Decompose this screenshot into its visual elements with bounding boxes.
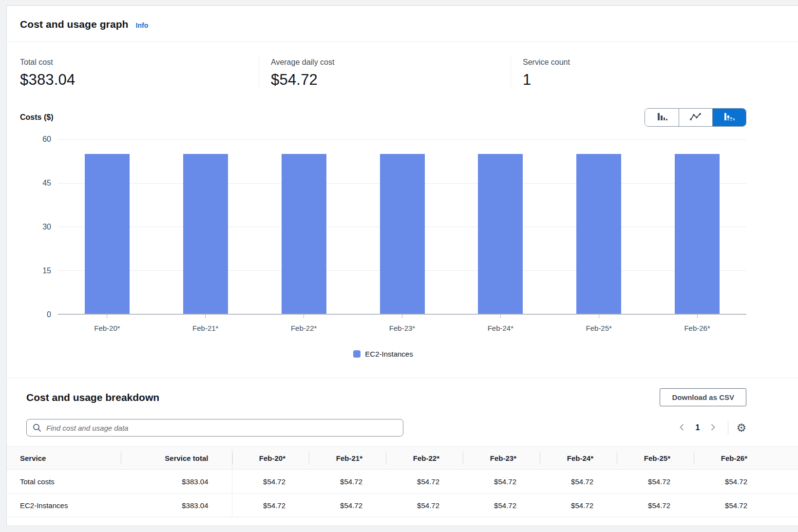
y-tick-label: 60	[42, 135, 51, 144]
x-axis-slot: Feb-25*	[550, 315, 648, 332]
bar-Feb-20*[interactable]	[85, 154, 130, 314]
stat-label: Total cost	[20, 58, 247, 67]
next-page-button[interactable]	[706, 421, 719, 435]
column-header-feb-23: Feb-23*	[463, 447, 540, 470]
bar-Feb-25*[interactable]	[576, 154, 621, 314]
x-tick-mark	[599, 315, 599, 318]
download-csv-button[interactable]: Download as CSV	[660, 388, 746, 406]
search-input[interactable]	[26, 419, 403, 437]
breakdown-section: Cost and usage breakdown Download as CSV	[7, 378, 798, 437]
value-cell: $54.72	[309, 494, 386, 517]
row-spacer-cell	[771, 494, 798, 517]
value-cell: $54.72	[617, 470, 694, 494]
bar-chart-toggle-button[interactable]	[645, 109, 679, 126]
x-tick-mark	[697, 315, 698, 318]
table-row: EC2-Instances$383.04$54.72$54.72$54.72$5…	[7, 494, 798, 517]
column-header-feb-25: Feb-25*	[617, 447, 694, 470]
stat-average-daily-cost: Average daily cost $54.72	[259, 55, 511, 89]
x-axis-label: Feb-25*	[550, 324, 648, 332]
x-axis-slot: Feb-20*	[58, 315, 156, 332]
line-chart-toggle-button[interactable]	[679, 109, 712, 126]
column-header-feb-21: Feb-21*	[309, 447, 386, 470]
bar-Feb-21*[interactable]	[183, 154, 228, 314]
x-axis-label: Feb-23*	[353, 324, 452, 332]
column-header-feb-24: Feb-24*	[540, 447, 617, 470]
gear-icon: ⚙	[736, 421, 746, 434]
x-tick-mark	[107, 315, 107, 318]
controls-divider	[728, 421, 728, 435]
stacked-bar-chart-toggle-button[interactable]	[712, 109, 746, 126]
column-header-service-total: Service total	[121, 447, 232, 470]
chart-axis-title: Costs ($)	[20, 113, 53, 122]
x-axis-slot: Feb-26*	[648, 315, 746, 332]
table-body: Total costs$383.04$54.72$54.72$54.72$54.…	[7, 470, 798, 517]
stat-label: Average daily cost	[271, 58, 499, 67]
x-axis-slot: Feb-21*	[156, 315, 255, 332]
chevron-left-icon	[678, 423, 686, 433]
value-cell: $54.72	[540, 494, 617, 517]
summary-stats: Total cost $383.04 Average daily cost $5…	[7, 42, 798, 102]
search-icon	[32, 423, 42, 435]
bar-slot	[255, 139, 353, 314]
chart-type-toggle	[645, 108, 746, 127]
bar-slot	[58, 139, 156, 314]
bar-slot	[550, 139, 648, 314]
breakdown-title: Cost and usage breakdown	[20, 392, 159, 403]
chevron-right-icon	[708, 423, 717, 433]
x-tick-mark	[500, 315, 501, 318]
bar-slot	[156, 139, 255, 314]
page-title: Cost and usage graph	[20, 19, 129, 30]
value-cell: $383.04	[121, 494, 232, 517]
value-cell: $54.72	[232, 470, 309, 494]
x-axis-labels: Feb-20*Feb-21*Feb-22*Feb-23*Feb-24*Feb-2…	[58, 315, 746, 332]
previous-page-button[interactable]	[676, 421, 688, 435]
bar-slot	[648, 139, 746, 314]
bar-Feb-23*[interactable]	[380, 154, 425, 314]
x-axis-slot: Feb-24*	[451, 315, 550, 332]
row-spacer-cell	[771, 470, 798, 494]
stat-service-count: Service count 1	[511, 55, 762, 89]
table-settings-button[interactable]: ⚙	[736, 422, 746, 434]
column-header-feb-20: Feb-20*	[232, 447, 309, 470]
plot-area	[58, 139, 746, 315]
y-axis-labels: 604530150	[20, 139, 58, 315]
bars-row	[58, 139, 746, 314]
value-cell: $54.72	[463, 470, 540, 494]
value-cell: $54.72	[232, 494, 309, 517]
y-tick-label: 15	[42, 266, 51, 275]
column-header-service: Service	[7, 447, 121, 470]
cost-and-usage-card: Cost and usage graph Info Total cost $38…	[6, 5, 798, 526]
value-cell: $54.72	[463, 494, 540, 517]
column-header-feb-22: Feb-22*	[386, 447, 463, 470]
x-axis-label: Feb-21*	[156, 324, 255, 332]
value-cell: $54.72	[540, 470, 617, 494]
bar-slot	[451, 139, 550, 314]
x-axis-slot: Feb-22*	[255, 315, 353, 332]
bar-Feb-22*[interactable]	[282, 154, 326, 314]
cost-breakdown-table: ServiceService totalFeb-20*Feb-21*Feb-22…	[7, 446, 798, 517]
info-link[interactable]: Info	[136, 21, 149, 29]
y-tick-label: 45	[42, 179, 51, 188]
table-header: ServiceService totalFeb-20*Feb-21*Feb-22…	[7, 447, 798, 470]
y-tick-label: 30	[42, 223, 51, 231]
current-page-number[interactable]: 1	[695, 423, 700, 432]
table-header-row: ServiceService totalFeb-20*Feb-21*Feb-22…	[7, 447, 798, 470]
legend-label[interactable]: EC2-Instances	[365, 350, 413, 358]
x-tick-mark	[304, 315, 304, 318]
stat-label: Service count	[523, 58, 751, 67]
chart-section: Costs ($)	[7, 102, 798, 378]
x-tick-mark	[402, 315, 402, 318]
header-spacer-cell	[771, 447, 798, 470]
bar-Feb-26*[interactable]	[675, 154, 720, 314]
service-name-cell: Total costs	[7, 470, 121, 494]
x-axis-slot: Feb-23*	[353, 315, 452, 332]
stacked-bar-chart-icon	[723, 112, 736, 124]
x-axis-label: Feb-22*	[255, 324, 353, 332]
x-tick-mark	[205, 315, 206, 318]
value-cell: $54.72	[694, 470, 771, 494]
bar-Feb-24*[interactable]	[478, 154, 523, 314]
value-cell: $383.04	[121, 470, 232, 494]
legend-color-chip[interactable]	[353, 350, 361, 358]
stat-total-cost: Total cost $383.04	[7, 55, 259, 89]
value-cell: $54.72	[694, 494, 771, 517]
